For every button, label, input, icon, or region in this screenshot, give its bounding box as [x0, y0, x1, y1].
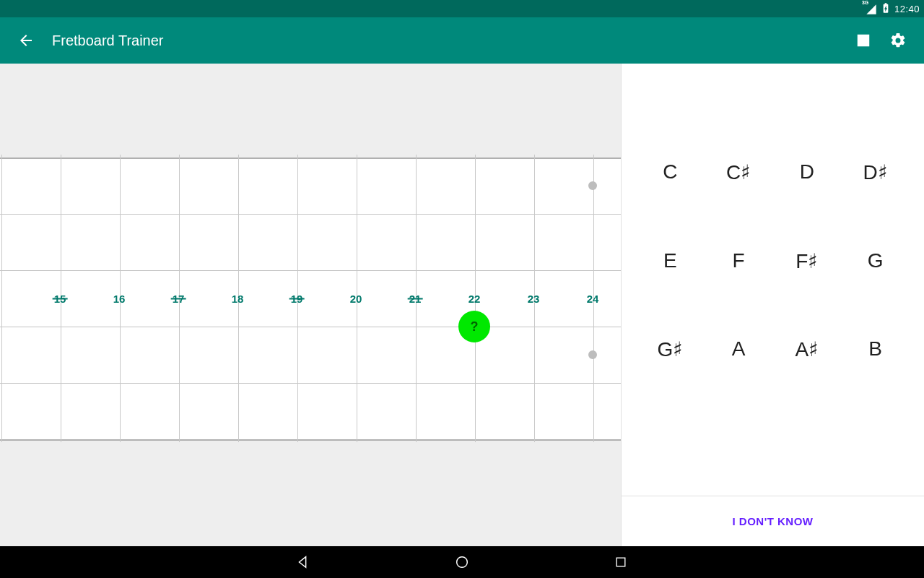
dont-know-bar: I DON'T KNOW — [622, 496, 924, 546]
dont-know-button[interactable]: I DON'T KNOW — [732, 515, 813, 527]
stats-button[interactable] — [846, 23, 881, 58]
note-button-fsharp[interactable]: F♯ — [773, 239, 842, 306]
note-button-csharp[interactable]: C♯ — [705, 150, 773, 217]
note-button-b[interactable]: B — [841, 327, 910, 394]
string-2 — [0, 214, 621, 215]
android-nav-bar — [0, 546, 924, 578]
fret-number: 15 — [54, 293, 66, 305]
note-button-e[interactable]: E — [636, 239, 705, 306]
fret-line — [416, 155, 417, 442]
fret-line — [357, 155, 357, 442]
nav-back-icon — [295, 554, 311, 570]
nav-recent-icon — [614, 555, 628, 569]
string-3 — [0, 270, 621, 271]
status-clock: 12:40 — [894, 4, 920, 14]
fret-number: 19 — [291, 293, 303, 305]
fret-line — [238, 155, 239, 442]
string-1 — [0, 158, 621, 159]
fret-number: 17 — [173, 293, 185, 305]
fret-number: 16 — [113, 293, 126, 305]
svg-rect-1 — [616, 558, 625, 566]
nav-home-icon — [454, 554, 470, 570]
bar-chart-icon — [855, 33, 871, 48]
fret-number: 22 — [468, 293, 481, 305]
fretboard-inlay — [588, 181, 597, 190]
fretboard-pane[interactable]: 15161718192021222324? — [0, 64, 621, 546]
note-button-asharp[interactable]: A♯ — [773, 327, 842, 394]
fret-line — [593, 155, 594, 442]
note-button-c[interactable]: C — [636, 150, 705, 217]
fret-number: 20 — [350, 293, 362, 305]
gear-icon — [889, 32, 907, 49]
note-button-d[interactable]: D — [773, 150, 842, 217]
note-button-dsharp[interactable]: D♯ — [841, 150, 910, 217]
fret-line — [534, 155, 535, 442]
string-4 — [0, 327, 621, 327]
note-button-g[interactable]: G — [841, 239, 910, 306]
answer-panel: CC♯DD♯EFF♯GG♯AA♯B I DON'T KNOW — [621, 64, 924, 546]
note-button-f[interactable]: F — [705, 239, 773, 306]
fret-line — [475, 155, 476, 442]
settings-button[interactable] — [881, 23, 915, 58]
note-grid: CC♯DD♯EFF♯GG♯AA♯B — [622, 64, 924, 496]
fretboard-inlay — [588, 350, 597, 359]
nav-back-button[interactable] — [289, 548, 318, 577]
fret-line — [297, 155, 298, 442]
nav-home-button[interactable] — [448, 548, 476, 577]
svg-point-0 — [457, 557, 468, 568]
battery-icon — [880, 2, 892, 16]
arrow-back-icon — [17, 32, 35, 49]
target-note-marker[interactable]: ? — [458, 311, 490, 342]
string-6 — [0, 439, 621, 441]
app-title: Fretboard Trainer — [52, 33, 846, 49]
android-status-bar: 3G 12:40 — [0, 0, 924, 17]
fret-line — [120, 155, 121, 442]
fret-number: 18 — [232, 293, 244, 305]
fret-number: 21 — [409, 293, 422, 305]
fret-number: 24 — [587, 293, 599, 305]
fret-line — [179, 155, 180, 442]
fret-line — [1, 155, 2, 442]
note-button-a[interactable]: A — [705, 327, 773, 394]
note-button-gsharp[interactable]: G♯ — [636, 327, 705, 394]
string-5 — [0, 383, 621, 384]
fret-number: 23 — [528, 293, 540, 305]
back-button[interactable] — [9, 23, 43, 58]
fret-line — [61, 155, 61, 442]
app-bar: Fretboard Trainer — [0, 17, 924, 64]
network-indicator: 3G — [864, 2, 877, 15]
fretboard-neck: 15161718192021222324? — [0, 158, 621, 439]
nav-recent-button[interactable] — [606, 548, 635, 577]
